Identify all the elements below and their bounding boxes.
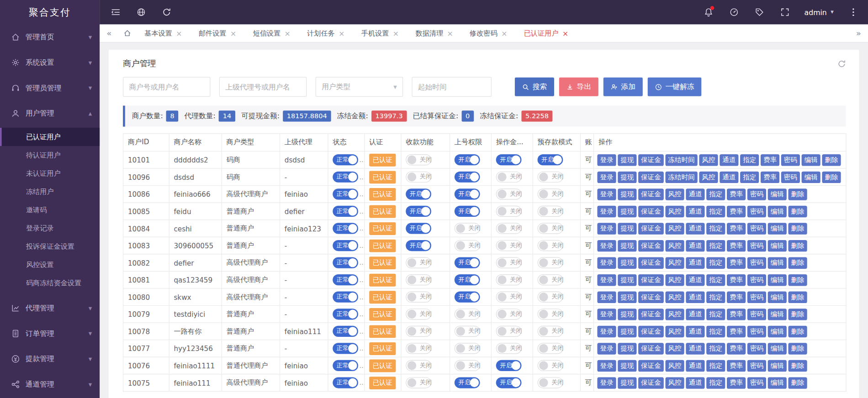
row-action-button[interactable]: 保证金 bbox=[638, 309, 664, 320]
row-action-button[interactable]: 编辑 bbox=[802, 154, 820, 165]
operate-money-toggle[interactable]: 关闭 bbox=[496, 292, 522, 303]
row-action-button[interactable]: 登录 bbox=[597, 205, 616, 217]
row-action-button[interactable]: 提现 bbox=[618, 360, 636, 371]
collect-toggle[interactable]: 关闭 bbox=[406, 274, 431, 285]
row-action-button[interactable]: 编辑 bbox=[768, 274, 787, 285]
row-action-button[interactable]: 风控 bbox=[665, 223, 684, 234]
home-tab-icon[interactable] bbox=[118, 29, 136, 37]
gauge-icon[interactable] bbox=[721, 0, 747, 24]
row-action-button[interactable]: 删除 bbox=[789, 257, 807, 268]
operate-money-toggle[interactable]: 关闭 bbox=[496, 343, 522, 354]
card-refresh-icon[interactable] bbox=[837, 60, 846, 68]
row-action-button[interactable]: 指定 bbox=[706, 205, 725, 217]
sidebar-subitem[interactable]: 待认证用户 bbox=[0, 146, 100, 164]
deposit-mode-toggle[interactable]: 关闭 bbox=[538, 274, 563, 285]
row-action-button[interactable]: 提现 bbox=[618, 205, 636, 217]
status-toggle[interactable]: 正常 bbox=[333, 309, 358, 319]
row-action-button[interactable]: 删除 bbox=[789, 189, 807, 200]
collect-toggle[interactable]: 关闭 bbox=[406, 154, 431, 165]
search-button[interactable]: 搜索 bbox=[515, 78, 554, 96]
row-action-button[interactable]: 编辑 bbox=[768, 360, 787, 371]
row-action-button[interactable]: 通道 bbox=[686, 274, 704, 285]
row-action-button[interactable]: 登录 bbox=[597, 309, 616, 320]
upload-permission-toggle[interactable]: 关闭 bbox=[455, 240, 480, 251]
sidebar-subitem[interactable]: 未认证用户 bbox=[0, 164, 100, 183]
row-action-button[interactable]: 费率 bbox=[727, 377, 746, 388]
sidebar-subitem[interactable]: 邀请码 bbox=[0, 201, 100, 219]
row-action-button[interactable]: 指定 bbox=[706, 189, 725, 200]
upload-permission-toggle[interactable]: 关闭 bbox=[455, 309, 480, 319]
status-toggle[interactable]: 正常 bbox=[333, 292, 358, 303]
row-action-button[interactable]: 风控 bbox=[699, 154, 718, 165]
status-toggle[interactable]: 正常 bbox=[333, 240, 358, 251]
row-action-button[interactable]: 费率 bbox=[727, 257, 746, 268]
row-action-button[interactable]: 指定 bbox=[706, 325, 725, 337]
operate-money-toggle[interactable]: 关闭 bbox=[496, 309, 522, 319]
row-action-button[interactable]: 删除 bbox=[789, 325, 807, 337]
collect-toggle[interactable]: 关闭 bbox=[406, 309, 431, 319]
row-action-button[interactable]: 保证金 bbox=[638, 377, 664, 388]
upload-permission-toggle[interactable]: 关闭 bbox=[455, 343, 480, 354]
row-action-button[interactable]: 指定 bbox=[706, 360, 725, 371]
row-action-button[interactable]: 风控 bbox=[665, 325, 684, 337]
operate-money-toggle[interactable]: 关闭 bbox=[496, 257, 522, 268]
row-action-button[interactable]: 编辑 bbox=[768, 291, 787, 303]
row-action-button[interactable]: 密码 bbox=[781, 171, 800, 183]
row-action-button[interactable]: 风控 bbox=[665, 360, 684, 371]
sidebar-subitem[interactable]: 投诉保证金设置 bbox=[0, 237, 100, 256]
row-action-button[interactable]: 保证金 bbox=[638, 240, 664, 251]
row-action-button[interactable]: 删除 bbox=[789, 205, 807, 217]
row-action-button[interactable]: 通道 bbox=[686, 360, 704, 371]
tab-item[interactable]: 手机设置× bbox=[353, 24, 408, 42]
row-action-button[interactable]: 费率 bbox=[727, 309, 746, 320]
sidebar-item[interactable]: 代理管理▼ bbox=[0, 295, 100, 321]
row-action-button[interactable]: 密码 bbox=[747, 377, 766, 388]
tab-close-icon[interactable]: × bbox=[339, 29, 344, 37]
status-toggle[interactable]: 正常 bbox=[333, 377, 358, 388]
collect-toggle[interactable]: 开启 bbox=[406, 223, 431, 234]
row-action-button[interactable]: 删除 bbox=[822, 171, 841, 183]
row-action-button[interactable]: 保证金 bbox=[638, 274, 664, 285]
status-toggle[interactable]: 正常 bbox=[333, 206, 358, 217]
collect-toggle[interactable]: 开启 bbox=[406, 240, 431, 251]
sidebar-item[interactable]: 通道管理▼ bbox=[0, 372, 100, 397]
row-action-button[interactable]: 风控 bbox=[665, 343, 684, 354]
row-action-button[interactable]: 编辑 bbox=[768, 240, 787, 251]
more-menu-icon[interactable] bbox=[840, 0, 866, 24]
row-action-button[interactable]: 指定 bbox=[706, 257, 725, 268]
row-action-button[interactable]: 通道 bbox=[686, 343, 704, 354]
row-action-button[interactable]: 风控 bbox=[665, 309, 684, 320]
collect-toggle[interactable]: 关闭 bbox=[406, 343, 431, 354]
sidebar-item[interactable]: 管理员管理▼ bbox=[0, 75, 100, 101]
upload-permission-toggle[interactable]: 开启 bbox=[455, 257, 480, 268]
sidebar-item[interactable]: 订单管理▼ bbox=[0, 321, 100, 346]
row-action-button[interactable]: 费率 bbox=[727, 189, 746, 200]
fullscreen-icon[interactable] bbox=[772, 0, 798, 24]
operate-money-toggle[interactable]: 关闭 bbox=[496, 206, 522, 217]
row-action-button[interactable]: 密码 bbox=[747, 325, 766, 337]
notifications-bell-icon[interactable] bbox=[696, 0, 721, 24]
row-action-button[interactable]: 保证金 bbox=[638, 223, 664, 234]
row-action-button[interactable]: 登录 bbox=[597, 189, 616, 200]
status-toggle[interactable]: 正常 bbox=[333, 189, 358, 199]
upload-permission-toggle[interactable]: 开启 bbox=[455, 206, 480, 217]
row-action-button[interactable]: 费率 bbox=[727, 205, 746, 217]
add-button[interactable]: 添加 bbox=[603, 78, 643, 96]
collect-toggle[interactable]: 关闭 bbox=[406, 377, 431, 388]
row-action-button[interactable]: 冻结时间 bbox=[665, 154, 697, 165]
status-toggle[interactable]: 正常 bbox=[333, 326, 358, 337]
operate-money-toggle[interactable]: 开启 bbox=[496, 360, 522, 371]
row-action-button[interactable]: 费率 bbox=[727, 223, 746, 234]
row-action-button[interactable]: 风控 bbox=[665, 274, 684, 285]
sidebar-subitem[interactable]: 已认证用户 bbox=[0, 128, 100, 146]
row-action-button[interactable]: 保证金 bbox=[638, 291, 664, 303]
sidebar-item[interactable]: 系统设置▼ bbox=[0, 50, 100, 75]
deposit-mode-toggle[interactable]: 关闭 bbox=[538, 292, 563, 303]
tab-item[interactable]: 已认证用户× bbox=[516, 24, 577, 42]
row-action-button[interactable]: 风控 bbox=[665, 205, 684, 217]
collect-toggle[interactable]: 关闭 bbox=[406, 172, 431, 183]
status-toggle[interactable]: 正常 bbox=[333, 360, 358, 371]
row-action-button[interactable]: 提现 bbox=[618, 377, 636, 388]
row-action-button[interactable]: 删除 bbox=[789, 291, 807, 303]
row-action-button[interactable]: 删除 bbox=[789, 343, 807, 354]
